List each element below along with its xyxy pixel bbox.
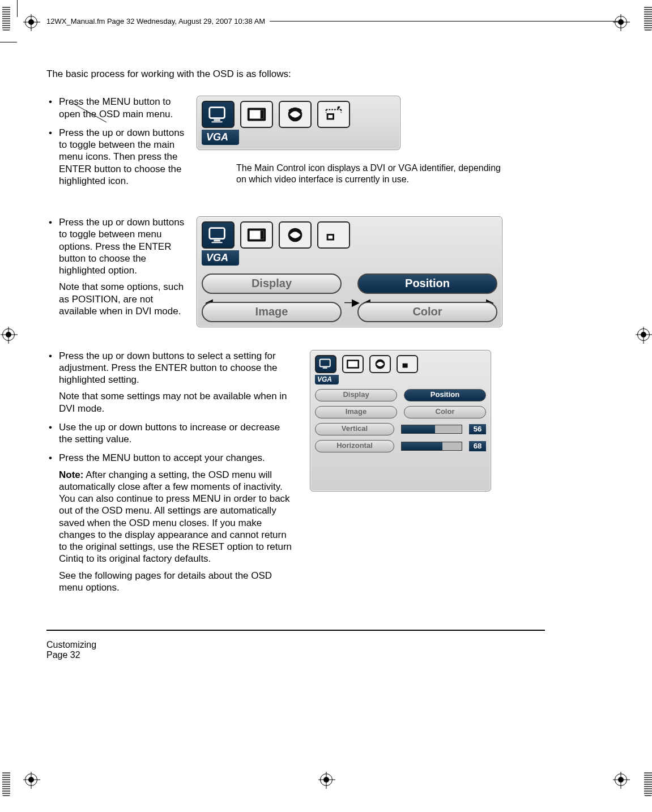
svg-rect-12 <box>212 242 223 243</box>
header-rule <box>270 21 618 22</box>
footer-page: Page 32 <box>46 650 96 660</box>
osd-figure-1: VGA <box>197 96 400 150</box>
svg-rect-22 <box>348 361 358 366</box>
svg-rect-24 <box>403 363 408 367</box>
image-option: Image <box>315 406 397 418</box>
osd-figure-2: VGA Display Position ◀─ ─▶ ◀─ ─▶ Image C… <box>197 216 502 327</box>
page-footer: Customizing Page 32 <box>46 640 96 660</box>
globe-icon <box>369 355 391 373</box>
page-content: The basic process for working with the O… <box>46 68 545 600</box>
main-control-icon <box>202 221 235 249</box>
vga-label: VGA <box>202 130 239 145</box>
globe-icon <box>279 221 312 249</box>
fig1-caption: The Main Control icon displays a DVI or … <box>236 163 508 185</box>
note-block: Note: After changing a setting, the OSD … <box>59 469 293 565</box>
see-following: See the following pages for details abou… <box>59 570 293 594</box>
bullet-c3: Press the MENU button to accept your cha… <box>59 452 293 593</box>
svg-rect-2 <box>212 122 223 123</box>
bullet-c1: Press the up or down buttons to select a… <box>59 350 293 414</box>
picture-icon <box>240 221 273 249</box>
intro-text: The basic process for working with the O… <box>46 68 545 80</box>
color-option: Color <box>404 406 486 418</box>
svg-rect-8 <box>329 115 333 118</box>
position-option: Position <box>357 273 497 294</box>
svg-rect-20 <box>323 367 327 368</box>
svg-rect-5 <box>261 110 264 119</box>
svg-rect-11 <box>214 240 220 242</box>
vertical-value: 56 <box>469 424 486 434</box>
vertical-slider <box>401 425 462 434</box>
footer-section: Customizing <box>46 640 96 650</box>
svg-rect-0 <box>210 108 225 118</box>
position-option: Position <box>404 389 486 401</box>
picture-icon <box>240 101 273 128</box>
vga-label: VGA <box>315 375 339 384</box>
bullet-b1: Press the up or down buttons to toggle b… <box>59 216 185 317</box>
display-option: Display <box>315 389 397 401</box>
bullet-c1-note: Note that some settings may not be avail… <box>59 390 293 414</box>
section-2: •Press the up or down buttons to toggle … <box>46 216 545 327</box>
scaling-icon <box>317 101 350 128</box>
scaling-icon <box>397 355 418 373</box>
running-head: 12WX_Manual.fm Page 32 Wednesday, August… <box>46 17 265 25</box>
scaling-icon <box>317 221 350 249</box>
main-control-icon <box>202 101 235 128</box>
vga-label: VGA <box>202 250 239 266</box>
section-1: •Press the MENU button to open the OSD m… <box>46 96 545 194</box>
horizontal-slider <box>401 442 462 451</box>
display-option: Display <box>202 273 342 294</box>
color-option: Color <box>357 302 497 322</box>
vertical-setting: Vertical <box>315 423 394 435</box>
svg-line-9 <box>73 103 106 122</box>
horizontal-value: 68 <box>469 441 486 451</box>
globe-icon <box>279 101 312 128</box>
bullet-c2: Use the up or down buttons to increase o… <box>59 421 293 446</box>
callout-line <box>73 103 118 126</box>
bullet-b1-note: Note that some options, such as POSITION… <box>59 281 185 317</box>
svg-rect-19 <box>320 359 330 366</box>
image-option: Image <box>202 302 342 322</box>
section-3: •Press the up or down buttons to select … <box>46 350 545 601</box>
svg-rect-10 <box>210 228 225 239</box>
osd-figure-3: VGA Display Position Image Color Vertica… <box>310 350 491 492</box>
picture-icon <box>342 355 364 373</box>
main-control-icon <box>315 355 336 373</box>
svg-rect-18 <box>329 236 333 239</box>
bullet-a2: Press the up or down buttons to toggle b… <box>59 127 185 187</box>
svg-rect-1 <box>214 119 220 121</box>
svg-rect-15 <box>261 230 264 239</box>
footer-rule <box>46 630 545 631</box>
horizontal-setting: Horizontal <box>315 440 394 452</box>
